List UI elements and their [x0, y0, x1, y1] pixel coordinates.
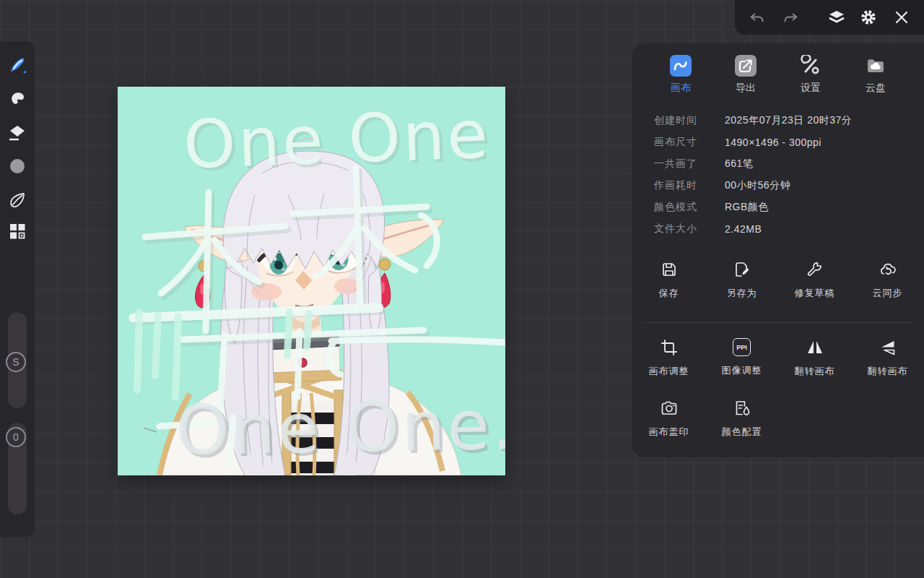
tab-export[interactable]: 导出 [723, 55, 769, 95]
settings-tab-icon [800, 55, 821, 77]
info-row: 一共画了661笔 [654, 153, 912, 175]
save-as-button[interactable]: 另存为 [705, 260, 778, 300]
tab-settings-label: 设置 [801, 82, 821, 95]
info-label: 一共画了 [654, 158, 725, 171]
tab-canvas[interactable]: 画布 [658, 55, 704, 95]
top-toolbar [735, 0, 924, 35]
cloud-sync-label: 云同步 [873, 287, 903, 300]
size-slider-label: S [12, 356, 19, 368]
svg-text:One One.: One One. [175, 385, 505, 470]
save-label: 保存 [659, 287, 679, 300]
camera-icon [660, 399, 679, 418]
info-value: 2.42MB [725, 223, 762, 235]
color-config-label: 颜色配置 [722, 426, 762, 439]
export-tab-icon [735, 55, 757, 77]
info-label: 作画耗时 [654, 179, 725, 192]
info-row: 创建时间2025年07月23日 20时37分 [654, 110, 912, 131]
repair-draft-button[interactable]: 修复草稿 [778, 260, 851, 300]
brush-tool-icon[interactable] [7, 55, 27, 75]
image-adjust-label: 图像调整 [722, 364, 762, 377]
opacity-slider-label: 0 [13, 431, 19, 443]
opacity-slider-thumb[interactable]: 0 [6, 427, 26, 447]
settings-gear-icon[interactable] [860, 9, 877, 26]
redo-icon[interactable] [783, 9, 800, 26]
cloud-sync-button[interactable]: 云同步 [851, 260, 924, 300]
artwork-frieren-portrait: One One One One One One. One One. [118, 87, 505, 475]
color-config-icon [733, 399, 751, 418]
cloud-tab-icon [865, 55, 886, 77]
actions-row-2: 画布调整 PPI 图像调整 翻转画布 翻转画布 [632, 338, 924, 378]
undo-icon[interactable] [748, 9, 765, 26]
save-as-icon [733, 260, 751, 279]
info-label: 颜色模式 [654, 201, 725, 214]
info-value: 2025年07月23日 20时37分 [725, 114, 852, 127]
flip-horizontal-icon [806, 338, 824, 357]
panel-tabs: 画布 导出 设置 云盘 [632, 55, 924, 95]
cloud-sync-icon [879, 260, 897, 279]
leaf-tool-icon[interactable] [7, 190, 27, 210]
eraser-tool-icon[interactable] [7, 123, 27, 143]
actions-row-1: 保存 另存为 修复草稿 云同步 [632, 260, 924, 300]
info-row: 颜色模式RGB颜色 [654, 197, 912, 218]
actions-row-3: 画布盖印 颜色配置 [632, 399, 924, 439]
tab-export-label: 导出 [736, 82, 756, 95]
info-value: 661笔 [725, 158, 753, 171]
tab-cloud-label: 云盘 [866, 82, 886, 95]
tool-sidebar: S 0 [0, 41, 35, 537]
save-icon [660, 260, 679, 279]
canvas-adjust-label: 画布调整 [649, 365, 689, 378]
save-button[interactable]: 保存 [632, 260, 705, 300]
info-row: 文件大小2.42MB [654, 218, 912, 240]
close-icon[interactable] [893, 9, 910, 26]
svg-text:One One: One One [182, 95, 491, 184]
canvas-info-list: 创建时间2025年07月23日 20时37分 画布尺寸1490×1496 - 3… [654, 110, 912, 240]
canvas-adjust-button[interactable]: 画布调整 [632, 338, 705, 378]
panel-divider [642, 322, 914, 323]
tab-canvas-label: 画布 [671, 82, 691, 95]
info-value: RGB颜色 [725, 201, 769, 214]
info-value: 00小时56分钟 [725, 179, 790, 192]
canvas-tab-icon [670, 55, 692, 77]
canvas-info-panel: 画布 导出 设置 云盘 创建时间2025年0 [632, 43, 924, 457]
save-as-label: 另存为 [727, 287, 757, 300]
drawing-canvas[interactable]: One One One One One One. One One. [118, 87, 505, 475]
canvas-stamp-label: 画布盖印 [649, 426, 689, 439]
flip-canvas-v-button[interactable]: 翻转画布 [851, 338, 924, 378]
flip-vertical-icon [879, 338, 897, 357]
layers-icon[interactable] [828, 9, 845, 26]
repair-draft-label: 修复草稿 [795, 287, 835, 300]
info-row: 作画耗时00小时56分钟 [654, 175, 912, 197]
smudge-tool-icon[interactable] [7, 88, 27, 108]
artwork-watermark-bottom: One One. One One. [175, 385, 505, 473]
size-slider-thumb[interactable]: S [6, 352, 26, 372]
info-value: 1490×1496 - 300ppi [725, 137, 821, 148]
tab-cloud[interactable]: 云盘 [853, 55, 899, 95]
crop-icon [660, 338, 679, 357]
flip-canvas-h-label: 翻转画布 [795, 365, 835, 378]
ppi-badge-icon: PPI [733, 338, 751, 356]
flip-canvas-v-label: 翻转画布 [868, 365, 908, 378]
image-adjust-button[interactable]: PPI 图像调整 [705, 338, 778, 378]
info-label: 文件大小 [654, 223, 725, 236]
color-circle-tool-icon[interactable] [7, 156, 27, 176]
wrench-icon [806, 260, 824, 279]
color-config-button[interactable]: 颜色配置 [705, 399, 778, 439]
artwork-watermark-top: One One One One [182, 95, 494, 186]
info-label: 画布尺寸 [654, 136, 725, 149]
canvas-stamp-button[interactable]: 画布盖印 [632, 399, 705, 439]
tab-settings[interactable]: 设置 [788, 55, 834, 95]
flip-canvas-h-button[interactable]: 翻转画布 [778, 338, 851, 378]
grid-tool-icon[interactable] [7, 221, 27, 241]
info-label: 创建时间 [654, 114, 725, 127]
info-row: 画布尺寸1490×1496 - 300ppi [654, 131, 912, 153]
